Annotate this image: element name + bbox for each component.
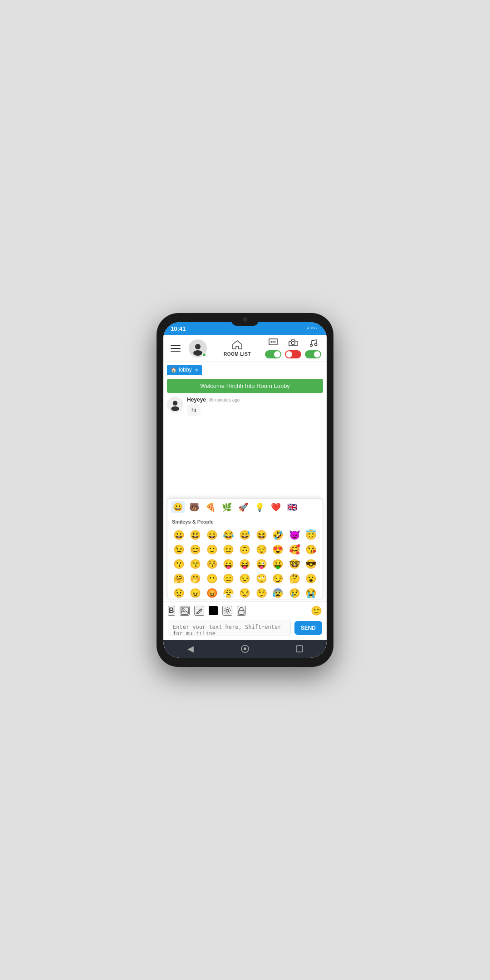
color-swatch[interactable] xyxy=(209,606,218,615)
emoji-cell[interactable]: 🙄 xyxy=(254,572,269,585)
emoji-cat-smileys[interactable]: 😀 xyxy=(171,501,185,513)
svg-point-9 xyxy=(315,343,317,346)
settings-button[interactable] xyxy=(222,606,232,616)
eraser-button[interactable] xyxy=(194,606,204,616)
emoji-cell[interactable]: 😟 xyxy=(171,586,186,599)
camera-icon xyxy=(288,338,298,349)
bold-button[interactable]: B xyxy=(168,606,175,616)
emoji-cell[interactable]: 😎 xyxy=(304,557,319,571)
emoji-cell[interactable]: 🙃 xyxy=(237,543,253,556)
camera-lens xyxy=(243,317,247,322)
emoji-cell[interactable]: 🤥 xyxy=(254,586,269,599)
room-list-label: ROOM LIST xyxy=(224,352,251,357)
emoji-toggle-button[interactable]: 🙂 xyxy=(311,605,322,616)
send-button[interactable]: SEND xyxy=(294,621,322,635)
camera-toggle-switch[interactable] xyxy=(285,350,301,358)
emoji-cell[interactable]: 😘 xyxy=(304,543,319,556)
emoji-cell[interactable]: 😭 xyxy=(304,586,319,599)
svg-point-7 xyxy=(291,341,295,345)
emoji-cell[interactable]: 🤑 xyxy=(270,557,286,571)
emoji-cell[interactable]: 🤔 xyxy=(287,572,302,585)
emoji-cell[interactable]: 😍 xyxy=(270,543,286,556)
emoji-cell[interactable]: 😒 xyxy=(237,572,253,585)
svg-point-2 xyxy=(195,344,201,349)
emoji-cell[interactable]: 😙 xyxy=(187,557,203,571)
emoji-cat-symbols[interactable]: ❤️ xyxy=(269,501,283,513)
emoji-cell[interactable]: 😜 xyxy=(254,557,269,571)
emoji-cell[interactable]: 🤭 xyxy=(187,572,203,585)
emoji-cell[interactable]: 😤 xyxy=(220,586,236,599)
emoji-cell[interactable]: 😑 xyxy=(220,572,236,585)
emoji-cell[interactable]: 😊 xyxy=(187,543,203,556)
emoji-cell[interactable]: 🤗 xyxy=(171,572,186,585)
toggle-camera[interactable] xyxy=(285,338,301,358)
emoji-cat-travel[interactable]: 🚀 xyxy=(236,501,250,513)
music-toggle-knob xyxy=(314,351,320,358)
emoji-cell[interactable]: 😈 xyxy=(287,528,302,542)
back-button[interactable]: ◀ xyxy=(181,640,200,658)
home-button[interactable] xyxy=(236,640,254,658)
message-bubble: hi xyxy=(187,404,201,416)
emoji-cell[interactable]: 😄 xyxy=(204,528,220,542)
emoji-picker-wrap: 😀 🐻 🍕 🌿 🚀 💡 ❤️ 🇬🇧 Smileys & People 😀😃😄😂😅… xyxy=(163,496,327,601)
svg-rect-18 xyxy=(296,646,303,652)
music-toggle-switch[interactable] xyxy=(305,350,321,358)
svg-point-6 xyxy=(274,341,276,343)
lock-button[interactable] xyxy=(237,606,246,616)
emoji-cell[interactable]: 🤣 xyxy=(270,528,286,542)
emoji-cell[interactable]: 😠 xyxy=(187,586,203,599)
emoji-cat-objects[interactable]: 💡 xyxy=(253,501,266,513)
emoji-cell[interactable]: 😝 xyxy=(237,557,253,571)
chat-toggle-switch[interactable] xyxy=(265,350,281,358)
emoji-cell[interactable]: 😏 xyxy=(270,572,286,585)
emoji-cell[interactable]: 🤓 xyxy=(287,557,302,571)
emoji-cell[interactable]: 😐 xyxy=(220,543,236,556)
svg-point-13 xyxy=(182,608,184,610)
emoji-cell[interactable]: 😮 xyxy=(304,572,319,585)
emoji-cat-food[interactable]: 🍕 xyxy=(204,501,217,513)
emoji-cell[interactable]: 😉 xyxy=(171,543,186,556)
emoji-cell[interactable]: 😂 xyxy=(220,528,236,542)
toggle-music[interactable] xyxy=(305,338,321,358)
emoji-cell[interactable]: 😇 xyxy=(304,528,319,542)
toggle-chat[interactable] xyxy=(265,338,281,358)
emoji-cell[interactable]: 🙂 xyxy=(204,543,220,556)
music-icon xyxy=(308,338,318,349)
emoji-cell[interactable]: 😒 xyxy=(237,586,253,599)
hamburger-menu[interactable] xyxy=(169,343,182,353)
emoji-section-title: Smileys & People xyxy=(167,516,323,526)
emoji-cat-animals[interactable]: 🐻 xyxy=(187,501,201,513)
top-nav: ROOM LIST xyxy=(163,335,327,362)
tabs-bar: 🏠 lobby ✕ xyxy=(163,362,327,375)
emoji-cell[interactable]: 😆 xyxy=(254,528,269,542)
svg-rect-15 xyxy=(239,610,244,614)
message-avatar xyxy=(167,397,183,413)
emoji-cell[interactable]: 😛 xyxy=(220,557,236,571)
room-list-button[interactable]: ROOM LIST xyxy=(213,340,261,357)
hamburger-line-2 xyxy=(171,348,181,349)
emoji-cell[interactable]: 😀 xyxy=(171,528,186,542)
tab-close-button[interactable]: ✕ xyxy=(195,368,198,372)
emoji-cell[interactable]: 😶 xyxy=(204,572,220,585)
message-input[interactable] xyxy=(168,620,291,636)
tab-lobby[interactable]: 🏠 lobby ✕ xyxy=(167,365,202,375)
svg-point-17 xyxy=(244,647,246,650)
emoji-cell[interactable]: 😡 xyxy=(204,586,220,599)
emoji-cell[interactable]: 😗 xyxy=(171,557,186,571)
emoji-cell[interactable]: 😰 xyxy=(270,586,286,599)
phone-device: 10:41 P LTE ▾ xyxy=(157,313,333,667)
image-button[interactable] xyxy=(180,606,190,616)
emoji-cell[interactable]: 😚 xyxy=(204,557,220,571)
emoji-cat-flags[interactable]: 🇬🇧 xyxy=(285,501,299,513)
emoji-cell[interactable]: 😢 xyxy=(287,586,302,599)
emoji-cat-nature[interactable]: 🌿 xyxy=(220,501,234,513)
recents-button[interactable] xyxy=(290,640,309,658)
signal-icons: LTE ▾ xyxy=(311,325,319,332)
emoji-cell[interactable]: 😌 xyxy=(254,543,269,556)
emoji-cell[interactable]: 😅 xyxy=(237,528,253,542)
user-avatar-wrap[interactable] xyxy=(189,339,207,358)
emoji-cell[interactable]: 🥰 xyxy=(287,543,302,556)
camera-toggle-knob xyxy=(286,351,292,358)
emoji-cell[interactable]: 😃 xyxy=(187,528,203,542)
svg-rect-12 xyxy=(181,607,188,614)
